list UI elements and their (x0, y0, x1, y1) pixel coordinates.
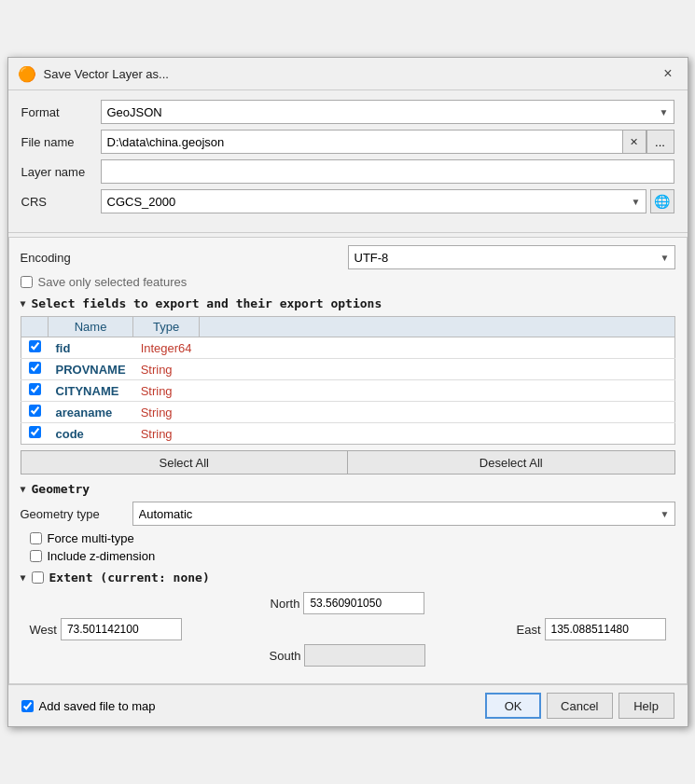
extent-east-label: East (516, 623, 540, 637)
scroll-section-inner: Encoding UTF-8 UTF-16 Latin-1 GBK ▼ Save… (9, 238, 687, 674)
extent-south-label: South (270, 649, 301, 663)
row-name-fid: fid (49, 337, 133, 359)
scroll-section: Encoding UTF-8 UTF-16 Latin-1 GBK ▼ Save… (8, 237, 688, 684)
row-check-code[interactable] (21, 423, 49, 445)
col-header-extra (200, 317, 674, 337)
row-name-cityname: CITYNAME (49, 380, 133, 402)
geometry-section-title: Geometry (32, 482, 90, 496)
add-to-map-label: Add saved file to map (39, 699, 156, 713)
add-to-map-checkbox[interactable] (21, 700, 34, 712)
save-vector-layer-dialog: 🟠 Save Vector Layer as... × Format GeoJS… (7, 57, 688, 727)
fields-section-title: Select fields to export and their export… (32, 296, 382, 310)
crs-globe-button[interactable]: 🌐 (650, 189, 674, 213)
row-check-areaname[interactable] (21, 402, 49, 423)
extent-grid: North West East South (21, 592, 675, 667)
bottom-bar: Add saved file to map OK Cancel Help (8, 684, 688, 726)
force-multi-row: Force multi-type (21, 531, 675, 545)
geometry-type-row: Geometry type Automatic Point LineString… (21, 502, 675, 526)
col-header-type: Type (133, 317, 200, 337)
extent-east-input[interactable] (545, 618, 666, 640)
extent-south-row: South (243, 644, 452, 667)
encoding-select[interactable]: UTF-8 UTF-16 Latin-1 GBK (348, 245, 675, 269)
filename-browse-button[interactable]: ... (646, 130, 674, 154)
geometry-type-label: Geometry type (21, 507, 132, 521)
table-row: code String (21, 423, 674, 445)
form-body: Format GeoJSON ESRI Shapefile GeoPackage… (8, 90, 688, 228)
row-extra-provname (200, 359, 674, 380)
fields-table-actions: Select All Deselect All (21, 450, 675, 475)
geometry-section: ▼ Geometry Geometry type Automatic Point… (21, 482, 675, 563)
filename-input[interactable] (101, 130, 622, 154)
format-row: Format GeoJSON ESRI Shapefile GeoPackage… (21, 100, 674, 124)
extent-section-title: Extent (current: none) (49, 571, 210, 585)
filename-clear-button[interactable]: ✕ (622, 130, 646, 154)
col-header-check (21, 317, 49, 337)
force-multi-label: Force multi-type (48, 531, 134, 545)
row-name-code: code (49, 423, 133, 445)
encoding-select-wrap: UTF-8 UTF-16 Latin-1 GBK ▼ (348, 245, 675, 269)
extent-south-input[interactable] (304, 644, 425, 667)
ok-button[interactable]: OK (485, 693, 541, 719)
row-type-areaname: String (133, 402, 200, 423)
filename-input-wrap: ✕ ... (101, 130, 674, 154)
extent-east-row: East (456, 618, 666, 640)
row-check-provname[interactable] (21, 359, 49, 380)
extent-west-row: West (30, 618, 240, 640)
geometry-type-select[interactable]: Automatic Point LineString Polygon Multi… (132, 502, 675, 526)
fields-table-wrap: Name Type fid Integer64 (21, 316, 675, 450)
extent-west-input[interactable] (61, 618, 182, 640)
row-extra-cityname (200, 380, 674, 402)
extent-section-header: ▼ Extent (current: none) (21, 571, 675, 585)
layername-input[interactable] (101, 159, 674, 184)
save-only-selected-label: Save only selected features (38, 275, 188, 289)
fields-table-scroll[interactable]: Name Type fid Integer64 (21, 316, 675, 450)
row-name-provname: PROVNAME (49, 359, 133, 380)
crs-row: CRS CGCS_2000 WGS 84 EPSG:4326 ▼ 🌐 (21, 189, 674, 213)
crs-control: CGCS_2000 WGS 84 EPSG:4326 ▼ 🌐 (101, 189, 674, 213)
table-row: fid Integer64 (21, 337, 674, 359)
row-extra-code (200, 423, 674, 445)
extent-checkbox[interactable] (32, 571, 44, 584)
format-label: Format (21, 105, 101, 119)
row-name-areaname: areaname (49, 402, 133, 423)
close-button[interactable]: × (658, 63, 677, 84)
table-row: CITYNAME String (21, 380, 674, 402)
force-multi-checkbox[interactable] (30, 532, 42, 544)
geometry-type-select-wrap: Automatic Point LineString Polygon Multi… (132, 502, 675, 526)
row-check-cityname[interactable] (21, 380, 49, 402)
bottom-left: Add saved file to map (21, 699, 156, 713)
select-all-button[interactable]: Select All (21, 450, 348, 475)
geometry-triangle-icon: ▼ (21, 484, 26, 494)
deselect-all-button[interactable]: Deselect All (347, 450, 675, 475)
format-control: GeoJSON ESRI Shapefile GeoPackage CSV KM… (101, 100, 674, 124)
save-only-selected-checkbox[interactable] (21, 276, 33, 288)
extent-north-label: North (271, 597, 300, 611)
extent-section: ▼ Extent (current: none) North West East (21, 571, 675, 667)
layername-control (101, 159, 674, 184)
fields-section-header: ▼ Select fields to export and their expo… (21, 296, 675, 310)
dialog-title: Save Vector Layer as... (44, 67, 169, 81)
include-z-label: Include z-dimension (48, 549, 156, 563)
include-z-checkbox[interactable] (30, 550, 42, 562)
row-check-fid[interactable] (21, 337, 49, 359)
include-z-row: Include z-dimension (21, 549, 675, 563)
filename-label: File name (21, 135, 101, 149)
help-button[interactable]: Help (619, 693, 674, 719)
extent-north-row: North (243, 592, 452, 614)
format-select-wrap: GeoJSON ESRI Shapefile GeoPackage CSV KM… (101, 100, 674, 124)
row-extra-areaname (200, 402, 674, 423)
qgis-icon: 🟠 (18, 65, 36, 83)
crs-select[interactable]: CGCS_2000 WGS 84 EPSG:4326 (101, 189, 646, 213)
table-row: areaname String (21, 402, 674, 423)
encoding-row: Encoding UTF-8 UTF-16 Latin-1 GBK ▼ (21, 245, 675, 269)
format-select[interactable]: GeoJSON ESRI Shapefile GeoPackage CSV KM… (101, 100, 674, 124)
crs-select-wrap: CGCS_2000 WGS 84 EPSG:4326 ▼ (101, 189, 646, 213)
fields-triangle-icon: ▼ (21, 298, 26, 309)
layername-row: Layer name (21, 159, 674, 184)
cancel-button[interactable]: Cancel (547, 693, 612, 719)
row-type-cityname: String (133, 380, 200, 402)
titlebar-left: 🟠 Save Vector Layer as... (18, 65, 169, 83)
col-header-name: Name (49, 317, 133, 337)
extent-north-input[interactable] (303, 592, 424, 614)
row-type-code: String (133, 423, 200, 445)
